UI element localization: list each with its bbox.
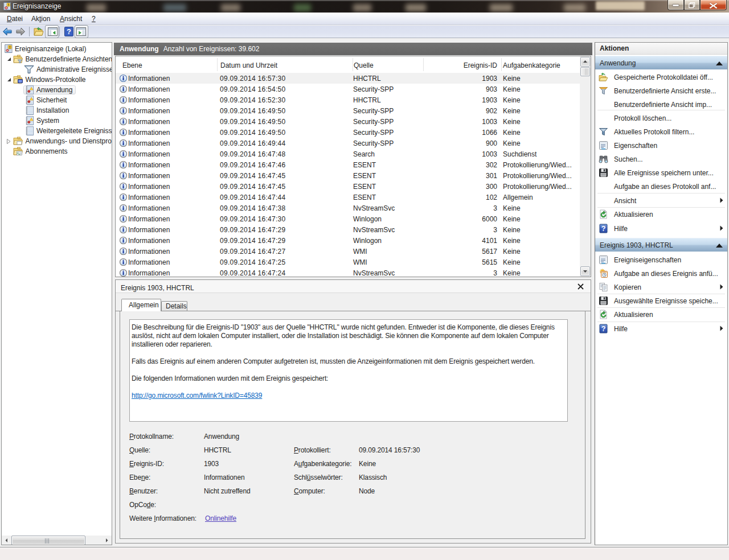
svg-text:?: ? <box>601 325 606 333</box>
svg-text:?: ? <box>67 27 71 36</box>
svg-text:?: ? <box>601 225 606 233</box>
